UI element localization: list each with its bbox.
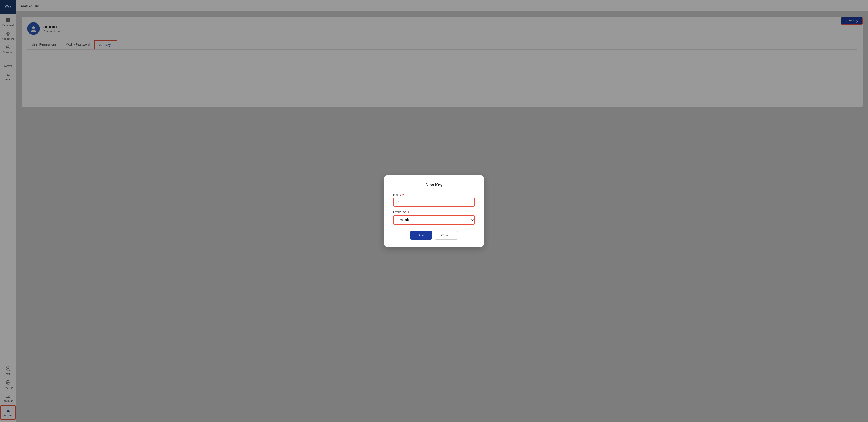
expiration-label: Expiration ★ — [393, 210, 475, 214]
save-button[interactable]: Save — [410, 231, 432, 240]
name-field: Name ★ — [393, 193, 475, 207]
modal-overlay: New Key Name ★ Expiration ★ 1 month 3 mo… — [0, 0, 868, 422]
expiration-field: Expiration ★ 1 month 3 months 6 months 1… — [393, 210, 475, 225]
cancel-button[interactable]: Cancel — [435, 231, 458, 240]
main-content: User Center admin Administrator — [16, 0, 868, 422]
new-key-modal: New Key Name ★ Expiration ★ 1 month 3 mo… — [384, 175, 484, 247]
name-input[interactable] — [393, 198, 475, 207]
modal-actions: Save Cancel — [393, 231, 475, 240]
modal-title: New Key — [393, 183, 475, 188]
name-required-star: ★ — [402, 193, 405, 196]
expiration-select[interactable]: 1 month 3 months 6 months 1 year Never — [393, 215, 475, 225]
name-label: Name ★ — [393, 193, 475, 196]
expiration-required-star: ★ — [407, 210, 410, 214]
